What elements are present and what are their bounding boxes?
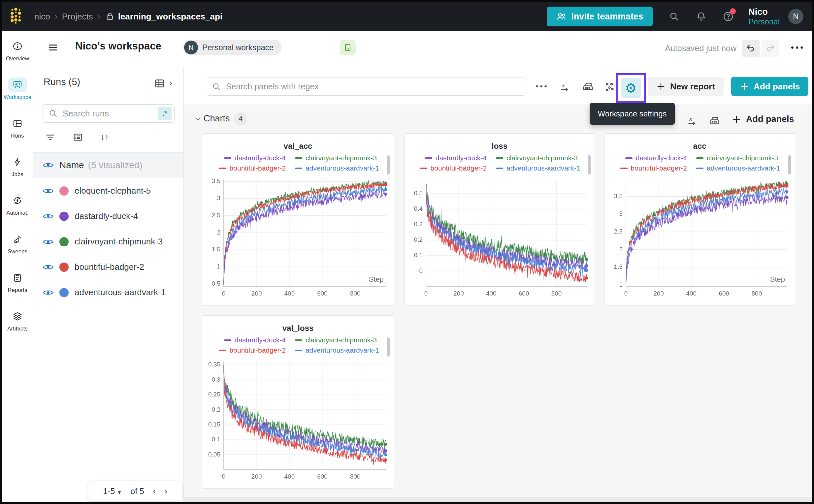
run-row[interactable]: adventurous-aardvark-1	[33, 280, 183, 305]
legend-item[interactable]: bountiful-badger-2	[420, 164, 487, 172]
run-name[interactable]: adventurous-aardvark-1	[75, 287, 166, 298]
workspace-settings-gear-icon[interactable]: ⚙	[621, 78, 641, 98]
run-name[interactable]: bountiful-badger-2	[75, 262, 144, 272]
add-panels-button[interactable]: Add panels	[731, 77, 808, 96]
regex-toggle[interactable]: .*	[158, 107, 172, 120]
run-color-dot[interactable]	[59, 186, 69, 196]
workspace-notes-icon[interactable]	[340, 40, 356, 55]
panels-search-input[interactable]	[225, 81, 520, 92]
breadcrumb-separator: ›	[98, 12, 100, 21]
chevron-down-icon[interactable]	[194, 115, 202, 125]
sidebar-item-overview[interactable]: Overview	[2, 31, 33, 70]
visibility-eye-icon[interactable]	[43, 289, 53, 296]
legend-item[interactable]: clairvoyant-chipmunk-3	[696, 154, 778, 162]
charts-section-header: Charts 4 x Add panels Workspace s	[184, 104, 812, 131]
user-name: Nico	[748, 7, 780, 17]
sort-icon[interactable]: ↓↑	[100, 132, 109, 144]
runs-search-input[interactable]	[62, 108, 158, 119]
legend-item[interactable]: clairvoyant-chipmunk-3	[295, 336, 377, 344]
chart-panel-loss[interactable]: loss dastardly-duck-4clairvoyant-chipmun…	[404, 133, 595, 305]
expand-runs-table-button[interactable]	[154, 78, 174, 89]
legend-item[interactable]: clairvoyant-chipmunk-3	[295, 154, 377, 162]
visibility-eye-icon[interactable]	[43, 264, 53, 270]
run-name[interactable]: eloquent-elephant-5	[75, 186, 151, 196]
filter-icon[interactable]	[45, 132, 55, 144]
new-report-button[interactable]: New report	[648, 77, 724, 96]
panels-overflow-menu-icon[interactable]: ●●●	[536, 83, 548, 89]
chart-panel-acc[interactable]: acc dastardly-duck-4clairvoyant-chipmunk…	[604, 133, 795, 305]
search-icon[interactable]	[669, 11, 680, 22]
visibility-eye-icon[interactable]	[43, 162, 53, 169]
sidebar-item-runs[interactable]: Runs	[2, 108, 33, 147]
breadcrumb-entity[interactable]: nico	[34, 12, 50, 22]
chart-panel-val-acc[interactable]: val_acc dastardly-duck-4clairvoyant-chip…	[202, 133, 394, 305]
charts-add-panels-button[interactable]: Add panels	[732, 114, 794, 124]
bottom-scroll-strip[interactable]	[184, 497, 812, 502]
legend-item[interactable]: adventurous-aardvark-1	[295, 346, 379, 354]
menu-hamburger-icon[interactable]	[47, 42, 59, 55]
run-name[interactable]: clairvoyant-chipmunk-3	[75, 236, 163, 247]
legend-item[interactable]: bountiful-badger-2	[219, 346, 286, 354]
sidebar-item-reports[interactable]: Reports	[2, 263, 33, 301]
run-color-dot[interactable]	[59, 288, 69, 297]
run-color-dot[interactable]	[59, 237, 69, 246]
legend-item[interactable]: dastardly-duck-4	[224, 154, 286, 162]
legend-item[interactable]: adventurous-aardvark-1	[295, 164, 379, 172]
run-color-dot[interactable]	[59, 263, 69, 272]
sidebar-item-sweeps[interactable]: Sweeps	[2, 224, 33, 263]
sidebar-item-artifacts[interactable]: Artifacts	[2, 301, 33, 340]
run-row[interactable]: eloquent-elephant-5	[33, 178, 183, 204]
outliers-scatter-icon[interactable]	[604, 80, 616, 94]
chart-panel-val-loss[interactable]: val_loss dastardly-duck-4clairvoyant-chi…	[202, 315, 394, 488]
breadcrumb-project[interactable]: learning_workspaces_api	[105, 12, 222, 22]
run-row[interactable]: bountiful-badger-2	[33, 254, 183, 280]
x-axis-settings-icon[interactable]: x	[558, 80, 571, 94]
redo-button[interactable]	[762, 40, 779, 57]
visibility-eye-icon[interactable]	[43, 188, 53, 194]
notifications-bell-icon[interactable]	[696, 11, 707, 22]
wandb-logo-icon[interactable]	[10, 7, 22, 26]
run-row[interactable]: dastardly-duck-4	[33, 204, 183, 229]
visibility-eye-icon[interactable]	[43, 238, 53, 245]
run-row[interactable]: clairvoyant-chipmunk-3	[33, 229, 183, 254]
legend-item[interactable]: dastardly-duck-4	[425, 154, 487, 162]
legend-item[interactable]: bountiful-badger-2	[219, 164, 286, 172]
help-icon[interactable]	[723, 11, 734, 22]
pagination-next-button[interactable]: ›	[164, 486, 167, 496]
smoothing-iron-icon[interactable]	[581, 80, 594, 94]
legend-item[interactable]: adventurous-aardvark-1	[696, 164, 780, 172]
smoothing-iron-icon[interactable]	[708, 115, 720, 128]
breadcrumb-projects[interactable]: Projects	[62, 12, 93, 22]
sidebar-item-automations[interactable]: Automat.	[2, 185, 33, 224]
group-list-icon[interactable]	[73, 132, 83, 144]
legend-scrollbar[interactable]	[588, 155, 591, 174]
pagination-range-dropdown[interactable]: 1-5▼	[103, 487, 122, 496]
left-rail: Overview Workspace Runs Jobs	[2, 31, 33, 502]
workspace-overflow-menu-icon[interactable]: ●●●	[791, 44, 805, 51]
run-name[interactable]: dastardly-duck-4	[75, 211, 138, 221]
chart-title: val_loss	[202, 324, 393, 333]
runs-column-name[interactable]: Name	[59, 160, 84, 171]
legend-item[interactable]: adventurous-aardvark-1	[496, 164, 580, 172]
sidebar-item-workspace[interactable]: Workspace	[2, 70, 33, 108]
charts-section-title[interactable]: Charts	[203, 113, 230, 124]
user-block[interactable]: Nico Personal	[748, 7, 780, 26]
legend-scrollbar[interactable]	[387, 155, 390, 174]
pagination-prev-button[interactable]: ‹	[153, 486, 156, 496]
legend-item[interactable]: dastardly-duck-4	[224, 336, 286, 344]
invite-teammates-button[interactable]: Invite teammates	[547, 7, 653, 26]
undo-button[interactable]	[742, 40, 760, 57]
plus-icon	[740, 82, 749, 91]
run-color-dot[interactable]	[59, 212, 69, 221]
legend-item[interactable]: clairvoyant-chipmunk-3	[496, 154, 578, 162]
legend-label: clairvoyant-chipmunk-3	[305, 154, 377, 162]
legend-item[interactable]: bountiful-badger-2	[620, 164, 687, 172]
legend-scrollbar[interactable]	[788, 155, 791, 174]
visibility-eye-icon[interactable]	[43, 213, 53, 220]
sidebar-item-jobs[interactable]: Jobs	[2, 147, 33, 185]
legend-scrollbar[interactable]	[387, 337, 390, 357]
workspace-scope-badge[interactable]: N Personal workspace	[183, 40, 281, 55]
avatar[interactable]: N	[788, 9, 803, 24]
legend-item[interactable]: dastardly-duck-4	[625, 154, 687, 162]
x-axis-settings-icon[interactable]: x	[686, 115, 698, 128]
